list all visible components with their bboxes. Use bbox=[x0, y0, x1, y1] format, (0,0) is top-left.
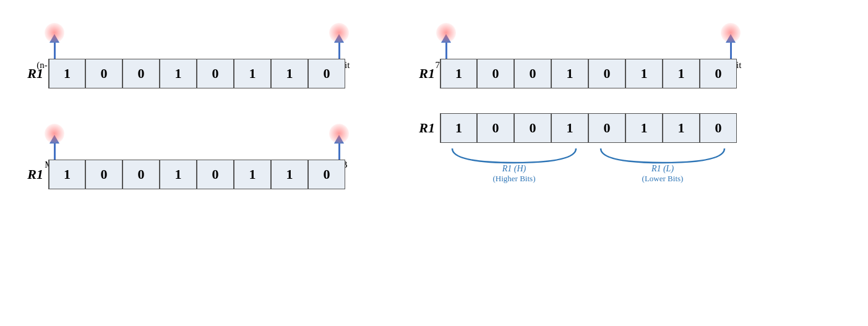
brace-right-label2: (Lower Bits) bbox=[642, 174, 684, 184]
top-left-diagram: (n-1)th bit 0th bit bbox=[19, 12, 392, 88]
bottom-left-diagram: MSB LSB R1 bbox=[19, 113, 392, 189]
bottom-left-register-row: R1 1 0 0 1 0 1 1 0 bbox=[19, 160, 392, 189]
top-right-bit-cells: 1 0 0 1 0 1 1 0 bbox=[440, 59, 737, 88]
bottom-right-register-row: R1 1 0 0 1 0 1 1 0 bbox=[410, 113, 849, 143]
bit-cell-2: 0 bbox=[122, 59, 160, 88]
top-left-register-row: R1 1 0 0 1 0 1 1 0 bbox=[19, 59, 392, 88]
right-brace-svg bbox=[595, 145, 731, 164]
top-right-register-row: R1 1 0 0 1 0 1 1 0 bbox=[410, 59, 849, 88]
brace-left-label2: (Higher Bits) bbox=[493, 174, 536, 184]
left-brace-group: R1 (H) (Higher Bits) bbox=[440, 145, 588, 184]
bit-cell-7: 0 bbox=[308, 59, 345, 88]
bit-cell-5: 1 bbox=[234, 59, 271, 88]
bit-cell-6: 1 bbox=[271, 59, 308, 88]
bit-cell-3: 1 bbox=[160, 59, 197, 88]
bottom-left-bit-cells: 1 0 0 1 0 1 1 0 bbox=[48, 160, 345, 189]
right-half: 7th bit 0th bit bbox=[392, 6, 849, 320]
main-container: (n-1)th bit 0th bit bbox=[0, 0, 868, 326]
bottom-right-diagram: R1 1 0 0 1 0 1 1 0 bbox=[410, 113, 849, 184]
left-half: (n-1)th bit 0th bit bbox=[19, 6, 392, 320]
left-brace-svg bbox=[446, 145, 582, 164]
brace-left-label1: R1 (H) bbox=[502, 164, 526, 174]
right-brace-group: R1 (L) (Lower Bits) bbox=[588, 145, 737, 184]
bottom-right-r1-label: R1 bbox=[410, 120, 435, 136]
brace-right-label1: R1 (L) bbox=[651, 164, 674, 174]
bottom-left-r1-label: R1 bbox=[19, 166, 43, 182]
top-left-bit-cells: 1 0 0 1 0 1 1 0 bbox=[48, 59, 345, 88]
top-right-r1-label: R1 bbox=[410, 66, 435, 82]
bit-cell-0: 1 bbox=[48, 59, 85, 88]
top-left-r1-label: R1 bbox=[19, 66, 43, 82]
bottom-right-bit-cells: 1 0 0 1 0 1 1 0 bbox=[440, 113, 737, 143]
bit-cell-1: 0 bbox=[85, 59, 122, 88]
bit-cell-4: 0 bbox=[197, 59, 234, 88]
top-right-diagram: 7th bit 0th bit bbox=[410, 12, 849, 88]
